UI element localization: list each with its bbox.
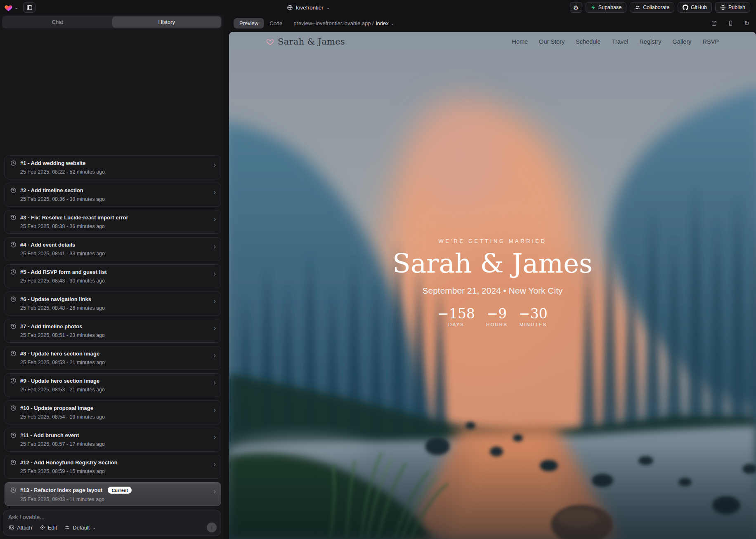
history-icon (10, 432, 17, 438)
tab-code[interactable]: Code (269, 20, 282, 26)
history-list: #1 - Add wedding website › 25 Feb 2025, … (5, 155, 221, 509)
collaborate-button[interactable]: Collaborate (630, 2, 674, 13)
history-item[interactable]: #8 - Update hero section image › 25 Feb … (5, 346, 221, 370)
preview-toolbar: Preview Code preview--lovefrontier.lovab… (224, 15, 756, 32)
chevron-right-icon: › (214, 379, 216, 386)
url-base: preview--lovefrontier.lovable.app / (293, 20, 373, 26)
nav-link-schedule[interactable]: Schedule (576, 38, 600, 45)
history-item[interactable]: #5 - Add RSVP form and guest list › 25 F… (5, 264, 221, 288)
nav-link-registry[interactable]: Registry (639, 38, 661, 45)
history-item-timestamp: 25 Feb 2025, 09:03 - 11 minutes ago (20, 497, 215, 502)
history-item[interactable]: #10 - Update proposal image › 25 Feb 202… (5, 400, 221, 424)
history-item[interactable]: #3 - Fix: Resolve Lucide-react import er… (5, 210, 221, 234)
edit-button[interactable]: Edit (40, 525, 57, 531)
edit-button-label: Edit (48, 525, 57, 531)
chevron-right-icon: › (214, 298, 216, 304)
users-icon (635, 5, 640, 10)
countdown-value: −158 (437, 307, 475, 320)
history-item[interactable]: #6 - Update navigation links › 25 Feb 20… (5, 292, 221, 315)
history-item-row: #7 - Add timeline photos › (10, 323, 215, 330)
chevron-right-icon: › (214, 434, 216, 440)
settings-button[interactable]: ⚙ (570, 2, 582, 13)
url-breadcrumb[interactable]: preview--lovefrontier.lovable.app / inde… (293, 20, 394, 26)
history-icon (10, 323, 17, 330)
nav-link-travel[interactable]: Travel (612, 38, 628, 45)
history-icon (10, 459, 17, 466)
lovable-menu-button[interactable]: ⌄ (4, 4, 18, 12)
history-item-row: #10 - Update proposal image › (10, 405, 215, 411)
history-item-timestamp: 25 Feb 2025, 08:53 - 21 minutes ago (20, 360, 215, 365)
history-icon (10, 214, 17, 221)
refresh-button[interactable]: ↻ (744, 20, 749, 26)
history-icon (10, 269, 17, 275)
countdown: −158 DAYS −9 HOURS −30 MINUTES (229, 307, 756, 327)
open-external-button[interactable] (711, 20, 717, 26)
history-item-title: #5 - Add RSVP form and guest list (20, 269, 106, 275)
history-item-title: #13 - Refactor index page layout (20, 487, 102, 493)
history-item[interactable]: #11 - Add brunch event › 25 Feb 2025, 08… (5, 428, 221, 452)
history-item[interactable]: #4 - Add event details › 25 Feb 2025, 08… (5, 237, 221, 261)
project-name: lovefrontier (296, 5, 324, 11)
supabase-button[interactable]: Supabase (586, 2, 626, 13)
topbar-left: ⌄ (0, 2, 35, 13)
nav-link-rsvp[interactable]: RSVP (703, 38, 719, 45)
history-item[interactable]: #9 - Update hero section image › 25 Feb … (5, 373, 221, 397)
history-item[interactable]: #7 - Add timeline photos › 25 Feb 2025, … (5, 319, 221, 343)
history-item-row: #2 - Add timeline section › (10, 187, 215, 193)
edit-target-icon (40, 525, 45, 530)
mobile-view-button[interactable] (728, 20, 734, 26)
project-switcher[interactable]: lovefrontier ⌄ (287, 0, 330, 15)
chevron-down-icon: ⌄ (391, 21, 394, 26)
publish-button-label: Publish (728, 5, 745, 10)
history-item[interactable]: #2 - Add timeline section › 25 Feb 2025,… (5, 183, 221, 207)
prompt-input[interactable] (8, 514, 216, 523)
arrow-up-icon: ↑ (210, 525, 213, 531)
history-icon (10, 378, 17, 384)
send-button[interactable]: ↑ (207, 523, 217, 532)
attach-button[interactable]: Attach (9, 525, 32, 531)
history-item-timestamp: 25 Feb 2025, 08:57 - 17 minutes ago (20, 441, 215, 447)
mode-selector[interactable]: Default ⌄ (64, 525, 96, 531)
site-brand[interactable]: Sarah & James (266, 37, 345, 47)
composer-toolbar: Attach Edit Default ⌄ ↑ (9, 523, 217, 532)
chevron-right-icon: › (214, 216, 216, 223)
publish-button[interactable]: Publish (715, 2, 750, 13)
collaborate-button-label: Collaborate (643, 5, 669, 10)
tab-preview[interactable]: Preview (234, 18, 264, 28)
sidebar-toggle-button[interactable] (23, 2, 35, 13)
history-item[interactable]: #1 - Add wedding website › 25 Feb 2025, … (5, 155, 221, 179)
history-item-title: #4 - Add event details (20, 242, 75, 248)
countdown-value: −9 (485, 307, 509, 320)
chevron-down-icon: ⌄ (326, 5, 330, 10)
history-item-row: #4 - Add event details › (10, 242, 215, 248)
tab-history[interactable]: History (112, 16, 222, 28)
nav-link-gallery[interactable]: Gallery (673, 38, 692, 45)
preview-pane: Preview Code preview--lovefrontier.lovab… (224, 15, 756, 539)
site-preview: Sarah & James Home Our Story Schedule Tr… (229, 32, 756, 539)
history-item-row: #12 - Add Honeyfund Registry Section › (10, 459, 215, 466)
nav-link-home[interactable]: Home (512, 38, 528, 45)
history-item-title: #11 - Add brunch event (20, 432, 79, 438)
supabase-icon (591, 5, 596, 10)
hero-eyebrow: WE'RE GETTING MARRIED (229, 238, 756, 244)
history-item[interactable]: #12 - Add Honeyfund Registry Section › 2… (5, 455, 221, 479)
history-item[interactable]: #13 - Refactor index page layout Current… (5, 482, 221, 506)
chevron-right-icon: › (214, 407, 216, 413)
history-item-title: #12 - Add Honeyfund Registry Section (20, 459, 118, 466)
site-nav: Home Our Story Schedule Travel Registry … (512, 38, 719, 45)
tab-chat[interactable]: Chat (3, 16, 112, 28)
history-icon (10, 160, 17, 166)
chevron-right-icon: › (214, 162, 216, 168)
app: { "icons": { "chevron_down": "⌄", "chevr… (0, 0, 756, 539)
history-item-row: #5 - Add RSVP form and guest list › (10, 269, 215, 275)
nav-link-our-story[interactable]: Our Story (539, 38, 565, 45)
hero-title: Sarah & James (229, 250, 756, 278)
history-item-row: #11 - Add brunch event › (10, 432, 215, 438)
chevron-down-icon: ⌄ (92, 525, 96, 530)
site-brand-label: Sarah & James (278, 37, 345, 47)
github-button[interactable]: GitHub (678, 2, 712, 13)
history-item-timestamp: 25 Feb 2025, 08:36 - 38 minutes ago (20, 196, 215, 202)
history-item-timestamp: 25 Feb 2025, 08:38 - 36 minutes ago (20, 224, 215, 229)
history-item-timestamp: 25 Feb 2025, 08:43 - 30 minutes ago (20, 278, 215, 284)
attach-button-label: Attach (17, 525, 32, 531)
